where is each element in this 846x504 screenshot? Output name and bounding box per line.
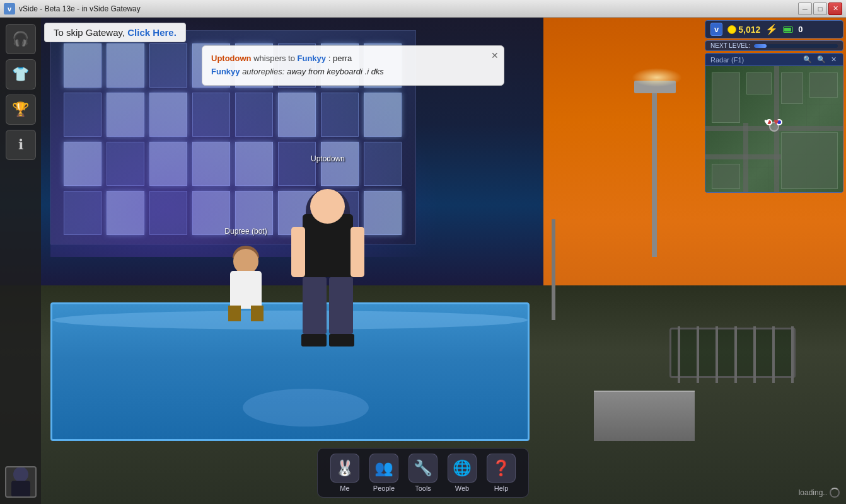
sidebar-item-music[interactable]: 🎧	[6, 24, 36, 54]
radar-heart-2: ♥	[774, 117, 779, 127]
pool-highlight	[243, 389, 369, 427]
loading-indicator: loading..	[799, 488, 840, 498]
chat-user1: Uptodown	[211, 54, 252, 63]
lamp-light	[632, 68, 682, 87]
radar-zoom-out-button[interactable]: 🔍	[816, 55, 827, 64]
help-label: Help	[494, 484, 509, 492]
tools-label: Tools	[415, 484, 431, 492]
fence-post-2	[697, 326, 699, 383]
char-head	[310, 189, 345, 224]
people-toolbar-item[interactable]: 👥 People	[367, 454, 401, 492]
titlebar: v vSide - Beta 13e - in vSide Gateway ─ …	[0, 0, 846, 18]
radar-building-3	[781, 72, 803, 104]
radar-building-4	[809, 72, 838, 98]
fence-post-3	[716, 326, 718, 383]
radar-building-6	[712, 164, 740, 189]
game-area: Dupree (bot) Uptodown 🎧 👕 🏆 ℹ T	[0, 18, 846, 504]
vside-logo: v	[710, 23, 722, 36]
char-torso	[303, 214, 353, 277]
maximize-button[interactable]: □	[813, 3, 827, 15]
battery-fill	[784, 28, 791, 32]
chat-user2b: Funkyy	[211, 67, 240, 76]
loading-text: loading..	[799, 488, 827, 497]
chat-close-button[interactable]: ✕	[491, 49, 499, 62]
radar-zoom-in-button[interactable]: 🔍	[802, 55, 813, 64]
hud-points: 0	[798, 25, 803, 34]
people-label: People	[373, 484, 395, 492]
next-level-label: NEXT LEVEL:	[710, 42, 750, 49]
skip-gateway-banner: To skip Gateway, Click Here.	[44, 23, 186, 42]
me-icon-wrap: 🐰	[330, 454, 359, 483]
fence-post-6	[772, 326, 775, 383]
hud-stats-bar: v 5,012 ⚡ 0	[705, 20, 843, 38]
window-title: vSide - Beta 13e - in vSide Gateway	[19, 4, 141, 13]
sidebar-item-info[interactable]: ℹ	[6, 130, 36, 160]
dupree-body	[230, 271, 262, 309]
lamp-post	[652, 81, 657, 257]
help-icon-wrap: ❓	[487, 454, 516, 483]
uptodown-name-tag: Uptodown	[311, 154, 345, 163]
radar-shortcut: (F1)	[731, 56, 744, 64]
radar-heart-1: ♥	[764, 117, 769, 127]
bottom-toolbar: 🐰 Me 👥 People 🔧 Tools 🌐 Web ❓ Help	[317, 448, 529, 498]
sidebar-avatar[interactable]	[5, 466, 37, 498]
level-bar-fill	[754, 44, 767, 48]
fence-post-4	[734, 326, 737, 383]
radar-close-button[interactable]: ✕	[830, 55, 838, 64]
chat-colon1: :	[328, 54, 333, 63]
sidebar-item-clothing[interactable]: 👕	[6, 59, 36, 89]
level-bar-bg	[754, 44, 838, 48]
web-toolbar-item[interactable]: 🌐 Web	[445, 454, 479, 492]
skip-link[interactable]: Click Here.	[127, 27, 177, 38]
hud-coins: 5,012	[727, 25, 760, 35]
chat-autoreply: autoreplies:	[242, 67, 287, 76]
fence-post-5	[753, 326, 756, 383]
hud-battery	[783, 26, 793, 33]
radar-controls: 🔍 🔍 ✕	[802, 55, 838, 64]
char-shoe-right	[329, 334, 354, 346]
sidebar: 🎧 👕 🏆 ℹ	[0, 18, 41, 504]
fence-area	[669, 328, 796, 378]
radar-map: ♥ ♥	[705, 66, 843, 192]
fence-post-1	[678, 326, 680, 383]
hud-separator: ⚡	[765, 23, 778, 35]
close-button[interactable]: ✕	[828, 3, 842, 15]
skip-prefix: To skip Gateway,	[54, 27, 127, 38]
coin-icon	[727, 25, 736, 34]
app-icon: v	[4, 3, 15, 14]
radar-header: Radar (F1) 🔍 🔍 ✕	[705, 54, 843, 66]
radar-title: Radar (F1)	[710, 56, 744, 64]
web-label: Web	[455, 484, 469, 492]
chat-message1: perra	[333, 54, 352, 63]
radar-panel: Radar (F1) 🔍 🔍 ✕	[705, 53, 843, 193]
tools-icon-wrap: 🔧	[409, 454, 437, 483]
character-dupree: Dupree (bot)	[221, 239, 271, 321]
hud-level-bar: NEXT LEVEL:	[705, 40, 843, 51]
me-toolbar-item[interactable]: 🐰 Me	[328, 454, 362, 492]
coin-amount: 5,012	[738, 25, 760, 35]
char-pants-left	[303, 277, 327, 334]
dupree-leg-right	[251, 306, 264, 321]
avatar-icon	[8, 467, 33, 497]
radar-road-v2	[743, 123, 748, 192]
people-icon-wrap: 👥	[369, 454, 398, 483]
fence-post-7	[791, 326, 794, 383]
lamp-post-2	[552, 219, 555, 320]
chat-user2: Funkyy	[298, 54, 327, 63]
svg-rect-1	[11, 481, 30, 497]
window-controls: ─ □ ✕	[798, 3, 842, 15]
radar-building-5	[781, 132, 838, 189]
battery-icon	[783, 26, 793, 33]
loading-spinner	[830, 488, 840, 498]
character-uptodown: Uptodown	[290, 170, 366, 346]
char-pants-right	[329, 277, 353, 334]
chat-bubble: ✕ Uptodown whispers to Funkyy : perra Fu…	[202, 45, 504, 86]
sidebar-item-trophy[interactable]: 🏆	[6, 94, 36, 125]
help-toolbar-item[interactable]: ❓ Help	[484, 454, 518, 492]
char-arm-right	[351, 227, 364, 277]
radar-building-2	[746, 72, 772, 94]
minimize-button[interactable]: ─	[798, 3, 812, 15]
dupree-leg-left	[228, 306, 241, 321]
tools-toolbar-item[interactable]: 🔧 Tools	[406, 454, 440, 492]
dupree-head	[233, 249, 258, 274]
